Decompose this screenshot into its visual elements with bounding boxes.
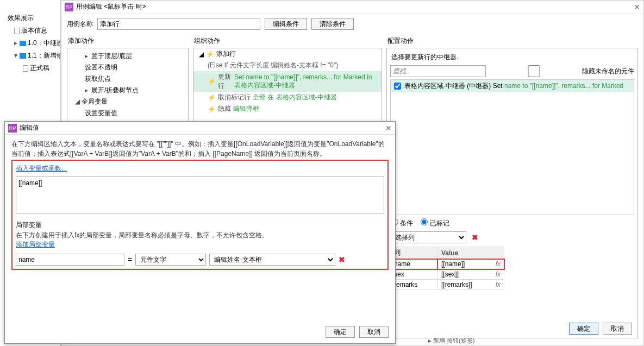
close-icon[interactable]: ✕ [634, 3, 640, 11]
config-panel: 选择要更新行的中继器. 隐藏未命名的元件 表格内容区域-中继器 (中继器) Se… [386, 48, 638, 338]
local-var-hint: 在下方创建用于插入fx的局部变量，局部变量名称必须是字母、数字，不允许包含空格。 [16, 231, 384, 240]
insert-variable-link[interactable]: 插入变量或函数... [16, 165, 67, 172]
local-var-type-select[interactable]: 元件文字 [135, 254, 206, 266]
edit-value-dialog: RP 编辑值 ✕ 在下方编辑区输入文本，变量名称或表达式要写在 "[[""]]"… [4, 121, 396, 344]
tree-root[interactable]: 效果展示 [0, 12, 60, 24]
tree-item[interactable]: 正式稿 [0, 62, 60, 74]
ok-button[interactable]: 确定 [326, 326, 355, 338]
cancel-button[interactable]: 取消 [603, 323, 632, 335]
bolt-icon: ⚡ [208, 105, 216, 113]
action-group[interactable]: ◢全局变量 [70, 96, 186, 108]
add-action-header: 添加动作 [67, 34, 189, 48]
edit-conditions-button[interactable]: 编辑条件 [265, 18, 307, 30]
action-row[interactable]: ⚡更新行 Set name to "[[name]]", remarks... … [193, 71, 382, 92]
col-header: Value [437, 247, 504, 259]
equals-label: = [128, 255, 132, 264]
organize-actions-header: 组织动作 [193, 34, 382, 48]
case-row[interactable]: ◢⚡添加行 [193, 48, 382, 60]
expression-textarea[interactable] [16, 177, 384, 213]
bolt-icon: ⚡ [208, 78, 216, 85]
values-table: 列Value name[[name]]fx sex[[sex]]fx remar… [390, 247, 504, 290]
fx-icon[interactable]: fx [496, 270, 501, 278]
bolt-icon: ⚡ [206, 51, 214, 58]
widget-checkbox[interactable] [394, 83, 401, 90]
delete-icon[interactable]: ✖ [339, 255, 345, 264]
dialog-title: 编辑值 [20, 123, 39, 133]
window-title: 用例编辑 <鼠标单击 时> [76, 2, 146, 11]
expression-section: 插入变量或函数... 局部变量 在下方创建用于插入fx的局部变量，局部变量名称必… [11, 160, 389, 270]
local-var-title: 局部变量 [16, 221, 384, 230]
local-var-row: = 元件文字 编辑姓名-文本框 ✖ [16, 254, 384, 266]
radio-marked[interactable]: 已标记 [421, 218, 449, 228]
folder-icon [20, 53, 26, 59]
bottom-peek: ▸ 新增 按钮(矩形) [428, 337, 474, 345]
dialog-description: 在下方编辑区输入文本，变量名称或表达式要写在 "[[""]]" 中。例如：插入变… [11, 139, 389, 158]
find-input[interactable] [390, 65, 486, 77]
hide-unnamed-label: 隐藏未命名的元件 [582, 67, 634, 76]
tree-item[interactable]: 版本信息 [0, 24, 60, 37]
tree-item[interactable]: ▾1.1：新增修改对 [0, 49, 60, 62]
clear-conditions-button[interactable]: 清除条件 [311, 18, 354, 30]
action-item[interactable]: 设置变量值 [70, 108, 186, 119]
bolt-icon: ⚡ [208, 94, 216, 102]
chevron-down-icon: ◢ [75, 98, 82, 105]
chevron-right-icon: ▸ [14, 39, 20, 47]
ok-button[interactable]: 确定 [569, 323, 598, 335]
widget-list[interactable]: 表格内容区域-中继器 (中继器) Set name to "[[name]]",… [390, 79, 634, 215]
fx-icon[interactable]: fx [496, 260, 501, 268]
hide-unnamed-checkbox[interactable] [489, 65, 579, 77]
cancel-button[interactable]: 取消 [359, 326, 389, 338]
app-icon: RP [8, 124, 17, 133]
fx-icon[interactable]: fx [496, 281, 501, 288]
chevron-right-icon: ▸ [85, 86, 91, 94]
app-icon: RP [65, 3, 73, 11]
titlebar: RP 用例编辑 <鼠标单击 时> ✕ [61, 1, 643, 14]
col-header: 列 [391, 247, 438, 259]
table-row[interactable]: sex[[sex]]fx [391, 269, 504, 280]
action-item[interactable]: ▸展开/折叠树节点 [70, 85, 186, 96]
config-hint: 选择要更新行的中继器. [390, 52, 634, 63]
close-icon[interactable]: ✕ [385, 124, 392, 133]
action-item[interactable]: 设置不透明 [70, 62, 186, 73]
local-var-target-select[interactable]: 编辑姓名-文本框 [209, 254, 335, 266]
tree-item[interactable]: ▸1.0：中继器的项 [0, 37, 60, 49]
add-local-var-link[interactable]: 添加局部变量 [16, 241, 55, 248]
file-icon [23, 65, 28, 72]
case-name-label: 用例名称 [67, 20, 93, 29]
chevron-down-icon: ▾ [14, 52, 20, 59]
delete-icon[interactable]: ✖ [472, 233, 478, 242]
action-row[interactable]: ⚡隐藏 编辑弹框 [193, 103, 382, 115]
local-var-name-input[interactable] [16, 254, 124, 266]
config-action-header: 配置动作 [386, 34, 638, 48]
folder-icon [20, 41, 26, 46]
table-row[interactable]: name[[name]]fx [391, 259, 504, 269]
table-row[interactable]: remarks[[remarks]]fx [391, 280, 504, 290]
chevron-down-icon: ◢ [199, 51, 204, 58]
action-row[interactable]: ⚡取消标记行 全部 在 表格内容区域-中继器 [193, 92, 382, 103]
condition-row[interactable]: (Else If 元件文字长度 编辑姓名-文本框 != "0") [193, 60, 382, 71]
action-item[interactable]: ▸置于顶层/底层 [70, 51, 186, 62]
case-name-input[interactable] [97, 18, 260, 30]
file-icon [14, 28, 20, 34]
chevron-right-icon: ▸ [85, 52, 91, 60]
widget-item[interactable]: 表格内容区域-中继器 (中继器) Set name to "[[name]]",… [391, 80, 634, 92]
select-column[interactable]: 选择列 [390, 231, 466, 243]
action-item[interactable]: 获取焦点 [70, 73, 186, 85]
